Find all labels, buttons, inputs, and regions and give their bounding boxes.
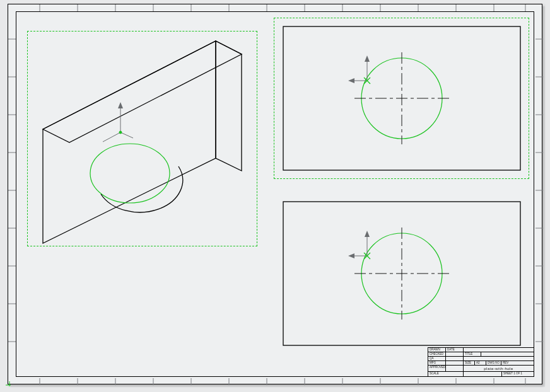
tb-qa-label: QA bbox=[428, 357, 446, 360]
tb-part-name: plate-with-hole bbox=[464, 366, 534, 371]
svg-marker-62 bbox=[348, 78, 354, 83]
svg-marker-51 bbox=[118, 102, 123, 108]
tb-rev-label: REV bbox=[501, 361, 534, 365]
tb-sheet-label: SHEET 1 OF 1 bbox=[502, 372, 534, 376]
tb-mfg-label: MFG bbox=[428, 361, 446, 365]
tb-date-label: DATE bbox=[446, 348, 464, 352]
title-block: DRAWN DATE CHECKED TITLE QA MFG bbox=[428, 347, 534, 376]
origin-triad-icon bbox=[348, 55, 370, 84]
front-view-top[interactable] bbox=[274, 18, 529, 179]
svg-marker-70 bbox=[348, 253, 354, 258]
front-view-bottom[interactable] bbox=[274, 193, 529, 354]
tb-title-label: TITLE bbox=[464, 352, 481, 356]
tb-size-value: A2 bbox=[475, 361, 486, 365]
origin-triad-icon bbox=[103, 102, 133, 142]
origin-triad-icon bbox=[348, 231, 370, 259]
tb-drawn-label: DRAWN bbox=[428, 348, 446, 352]
svg-marker-68 bbox=[365, 231, 370, 237]
svg-line-52 bbox=[103, 132, 120, 142]
drawing-canvas[interactable]: DRAWN DATE CHECKED TITLE QA MFG bbox=[0, 0, 550, 392]
svg-marker-47 bbox=[43, 41, 242, 142]
tb-scale-label: SCALE bbox=[428, 372, 464, 376]
tb-dwgno-label: DWG NO bbox=[486, 361, 501, 365]
sheet-origin-icon bbox=[6, 381, 11, 386]
tb-approved-label: APPROVED bbox=[428, 366, 446, 371]
svg-line-53 bbox=[120, 132, 133, 138]
svg-point-54 bbox=[119, 131, 122, 134]
tb-checked-label: CHECKED bbox=[428, 352, 446, 356]
isometric-view[interactable] bbox=[27, 31, 257, 246]
tb-size-label: SIZE bbox=[464, 361, 475, 365]
svg-marker-60 bbox=[365, 55, 370, 62]
drawing-sheet: DRAWN DATE CHECKED TITLE QA MFG bbox=[8, 4, 542, 384]
drawing-frame: DRAWN DATE CHECKED TITLE QA MFG bbox=[16, 11, 534, 377]
svg-point-49 bbox=[90, 144, 170, 203]
